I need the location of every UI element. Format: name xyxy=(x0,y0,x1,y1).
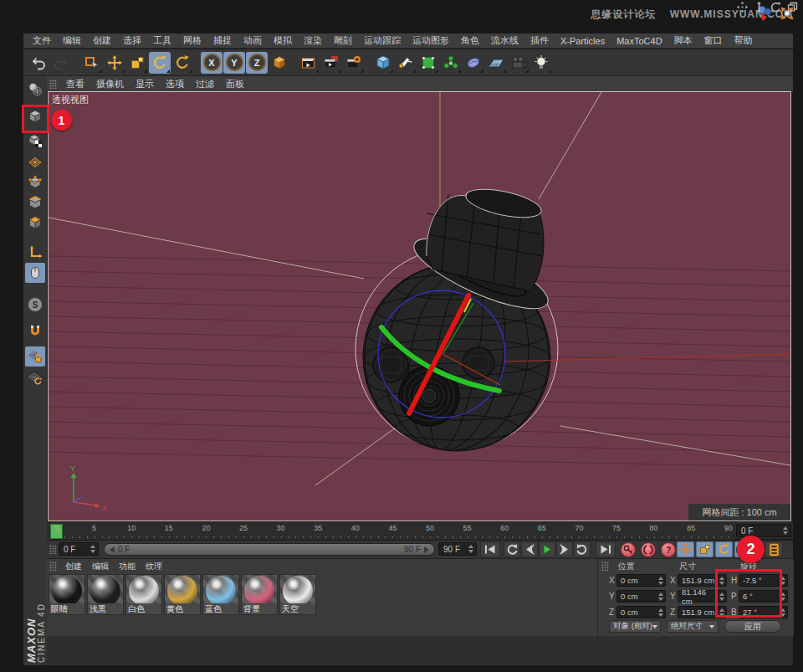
keyframe-scale-button[interactable] xyxy=(696,541,713,557)
workplane-mode-button[interactable] xyxy=(25,152,45,172)
menu-模拟[interactable]: 模拟 xyxy=(268,34,298,47)
record-keyframe-button[interactable] xyxy=(619,541,637,557)
current-frame-input[interactable]: 0 F xyxy=(736,524,791,537)
menu-渲染[interactable]: 渲染 xyxy=(298,34,328,47)
stepper-icon[interactable] xyxy=(780,526,788,535)
viewport-menu-摄像机[interactable]: 摄像机 xyxy=(90,78,130,90)
stepper-icon[interactable] xyxy=(656,608,663,617)
last-used-tool-button[interactable] xyxy=(171,52,193,74)
material-menu-纹理[interactable]: 纹理 xyxy=(141,561,167,572)
make-editable-button[interactable] xyxy=(25,80,45,100)
keyframe-position-button[interactable] xyxy=(677,541,694,557)
play-button[interactable] xyxy=(539,541,555,557)
render-view-button[interactable] xyxy=(298,52,320,74)
camera-button[interactable] xyxy=(508,52,529,74)
material-黄色[interactable]: 黄色 xyxy=(164,574,201,615)
render-settings-button[interactable] xyxy=(343,52,365,74)
menu-选择[interactable]: 选择 xyxy=(117,34,147,47)
material-白色[interactable]: 白色 xyxy=(125,574,162,615)
material-浅黑[interactable]: 浅黑 xyxy=(87,574,124,615)
cloner-button[interactable] xyxy=(440,52,462,74)
polygons-mode-button[interactable] xyxy=(25,213,45,233)
keyframe-selection-button[interactable] xyxy=(765,541,783,557)
material-眼睛[interactable]: 眼睛 xyxy=(49,574,85,615)
range-right-cap-icon[interactable] xyxy=(424,546,429,553)
menu-帮助[interactable]: 帮助 xyxy=(729,34,759,47)
size-mode-dropdown[interactable]: 绝对尺寸 xyxy=(667,620,719,633)
material-蓝色[interactable]: 蓝色 xyxy=(202,574,239,615)
autokey-toggle-button[interactable] xyxy=(639,541,657,557)
timeline-range-slider[interactable]: 0 F 90 F xyxy=(104,543,435,556)
panel-grip-icon[interactable] xyxy=(49,80,57,89)
panel-grip-icon[interactable] xyxy=(49,545,57,554)
menu-角色[interactable]: 角色 xyxy=(455,34,485,47)
axis-lock-x-button[interactable]: X xyxy=(201,52,222,74)
menu-雕刻[interactable]: 雕刻 xyxy=(328,34,358,47)
menu-网格[interactable]: 网格 xyxy=(177,34,207,47)
axis-lock-y-button[interactable]: Y xyxy=(223,52,245,74)
viewport-menu-显示[interactable]: 显示 xyxy=(130,78,160,90)
rotate-tool-button[interactable] xyxy=(149,52,171,74)
previous-key-button[interactable] xyxy=(521,541,538,557)
material-menu-创建[interactable]: 创建 xyxy=(60,561,87,572)
orbit-view-button[interactable] xyxy=(770,2,781,13)
lock-workplane-button[interactable] xyxy=(25,346,45,367)
align-workplane-button[interactable] xyxy=(25,368,45,388)
floor-environment-button[interactable] xyxy=(485,52,507,74)
timeline-ruler[interactable]: 051015202530354045505560657075808590 xyxy=(47,522,734,541)
object-axis-mode-button[interactable] xyxy=(25,243,45,263)
coordinate-mode-dropdown[interactable]: 对象 (相对) xyxy=(609,620,661,633)
viewport-menu-面板[interactable]: 面板 xyxy=(220,78,250,90)
record-question-button[interactable]: ? xyxy=(659,541,678,557)
menu-X-Particles[interactable]: X-Particles xyxy=(555,36,611,46)
menu-工具[interactable]: 工具 xyxy=(147,34,177,47)
pan-view-button[interactable] xyxy=(737,2,748,13)
deformer-button[interactable] xyxy=(463,52,484,74)
go-to-start-button[interactable] xyxy=(480,541,500,557)
menu-MaxToC4D[interactable]: MaxToC4D xyxy=(611,36,667,46)
end-frame-field[interactable]: 90 F xyxy=(438,542,477,556)
menu-运动图形[interactable]: 运动图形 xyxy=(407,34,455,47)
coord-value-field[interactable]: 0 cm xyxy=(616,606,666,618)
current-frame-field[interactable]: 0 F xyxy=(59,542,99,556)
cycle-forward-button[interactable] xyxy=(574,541,591,557)
menu-流水线[interactable]: 流水线 xyxy=(485,34,524,47)
viewport-3d[interactable]: Y X 透视视图 网格间距 : 100 cm xyxy=(48,91,791,521)
menu-运动跟踪[interactable]: 运动跟踪 xyxy=(358,34,407,47)
panel-grip-icon[interactable] xyxy=(601,562,609,571)
menu-创建[interactable]: 创建 xyxy=(87,34,117,47)
menu-捕捉[interactable]: 捕捉 xyxy=(207,34,238,47)
render-picture-viewer-button[interactable] xyxy=(320,52,342,74)
spline-pen-button[interactable] xyxy=(395,52,417,74)
menu-脚本[interactable]: 脚本 xyxy=(668,34,698,47)
undo-button[interactable] xyxy=(28,52,49,74)
menu-动画[interactable]: 动画 xyxy=(238,34,268,47)
maximize-view-button[interactable] xyxy=(787,2,798,13)
stepper-icon[interactable] xyxy=(88,545,95,553)
coord-value-field[interactable]: 0 cm xyxy=(616,590,666,603)
menu-插件[interactable]: 插件 xyxy=(524,34,555,47)
scale-tool-button[interactable] xyxy=(126,52,148,74)
coordinate-system-button[interactable] xyxy=(269,52,290,74)
viewport-menu-选项[interactable]: 选项 xyxy=(160,78,190,90)
enable-snap-button[interactable]: S xyxy=(25,295,45,315)
subdivision-surface-button[interactable] xyxy=(417,52,439,74)
live-selection-button[interactable] xyxy=(81,52,103,74)
axis-lock-z-button[interactable]: Z xyxy=(246,52,268,74)
viewport-menu-查看[interactable]: 查看 xyxy=(60,78,90,90)
go-to-end-button[interactable] xyxy=(596,541,616,557)
range-left-cap-icon[interactable] xyxy=(110,546,115,553)
stepper-icon[interactable] xyxy=(466,545,473,553)
viewport-mouse-mode-button[interactable] xyxy=(25,263,45,283)
stepper-icon[interactable] xyxy=(656,592,663,601)
zoom-view-button[interactable] xyxy=(754,2,765,13)
apply-button[interactable]: 应用 xyxy=(724,620,781,633)
light-button[interactable] xyxy=(530,52,552,74)
snap-settings-button[interactable] xyxy=(25,321,45,341)
material-天空[interactable]: 天空 xyxy=(279,574,316,615)
cycle-backward-button[interactable] xyxy=(504,541,520,557)
next-key-button[interactable] xyxy=(556,541,573,557)
points-mode-button[interactable] xyxy=(25,172,45,192)
stepper-icon[interactable] xyxy=(656,577,663,585)
panel-grip-icon[interactable] xyxy=(49,562,57,571)
